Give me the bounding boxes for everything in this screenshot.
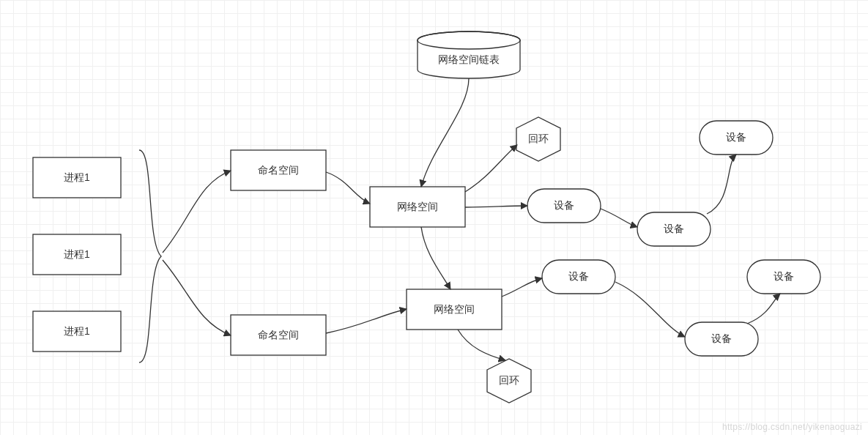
label-netspace-list: 网络空间链表 [438, 53, 500, 65]
label-process-3: 进程1 [64, 325, 90, 337]
watermark: https://blog.csdn.net/yikenaoguazi [722, 422, 862, 432]
edge-ns1-net1 [326, 172, 370, 204]
edge-net1-net2 [421, 227, 450, 289]
label-netspace-1: 网络空间 [397, 201, 438, 212]
node-process-2: 进程1 [33, 234, 121, 275]
label-device-c: 设备 [726, 131, 746, 143]
edge-ns2-net2 [326, 309, 407, 333]
label-device-e: 设备 [711, 332, 732, 344]
node-namespace-2: 命名空间 [231, 315, 326, 355]
label-device-b: 设备 [664, 223, 684, 234]
label-process-1: 进程1 [64, 171, 90, 183]
node-device-c: 设备 [700, 121, 773, 155]
edge-devD-devE [615, 282, 685, 337]
brace-processes [139, 150, 161, 362]
edge-list-net1 [421, 78, 469, 187]
node-device-e: 设备 [685, 322, 758, 356]
node-device-a: 设备 [527, 189, 601, 223]
node-netspace-1: 网络空间 [370, 187, 465, 227]
node-loopback-1: 回环 [516, 117, 560, 161]
node-netspace-2: 网络空间 [407, 289, 502, 330]
edge-devB-devC [707, 155, 736, 214]
label-device-a: 设备 [554, 199, 574, 211]
edge-brace-ns2 [163, 260, 231, 335]
label-namespace-2: 命名空间 [258, 329, 299, 341]
node-process-3: 进程1 [33, 311, 121, 352]
edge-brace-ns1 [163, 171, 231, 253]
node-process-1: 进程1 [33, 157, 121, 198]
edge-devA-devB [601, 209, 637, 227]
edge-net1-loop1 [465, 145, 517, 192]
label-netspace-2: 网络空间 [434, 303, 475, 315]
label-loopback-2: 回环 [499, 374, 519, 386]
label-device-d: 设备 [568, 270, 589, 282]
label-device-f: 设备 [774, 270, 794, 282]
diagram-canvas: 进程1 进程1 进程1 命名空间 命名空间 网络空间 网络空间 网络空间链表 回… [0, 0, 868, 435]
node-device-d: 设备 [542, 260, 615, 294]
label-loopback-1: 回环 [528, 133, 549, 144]
label-namespace-1: 命名空间 [258, 164, 299, 176]
edge-net1-devA [465, 206, 527, 207]
node-device-f: 设备 [747, 260, 820, 294]
edge-net2-loop2 [458, 330, 505, 360]
label-process-2: 进程1 [64, 248, 90, 260]
edge-net2-devD [502, 278, 542, 297]
node-netspace-list: 网络空间链表 [418, 31, 520, 78]
edge-devE-devF [747, 294, 780, 324]
node-loopback-2: 回环 [487, 359, 531, 403]
node-device-b: 设备 [637, 212, 711, 246]
node-namespace-1: 命名空间 [231, 150, 326, 190]
